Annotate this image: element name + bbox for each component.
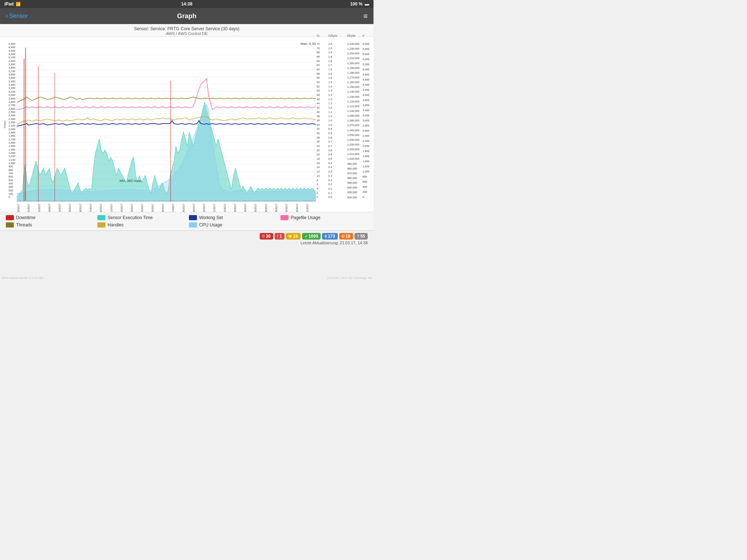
legend-item-working-set: Working Set xyxy=(189,215,276,220)
y-axis-value: 920,000 xyxy=(347,196,359,199)
y-axis-value: 1,100 xyxy=(8,159,15,162)
x-date-label: 3/7/2017 xyxy=(171,204,182,212)
y-axis-value: 1,200 xyxy=(8,155,15,158)
y-axis-value: 1.2 xyxy=(328,102,332,105)
y-axis-value: 4,800 xyxy=(363,73,369,76)
y-axis-value: 28 xyxy=(317,136,320,139)
badge-ok[interactable]: ✓1095 xyxy=(302,233,321,240)
y-axis-value: 3,200 xyxy=(8,87,15,90)
y-axis-value: 1,150,000 xyxy=(347,86,359,89)
legend-item-handles: Handles xyxy=(97,222,185,228)
battery-icon: ▬ xyxy=(365,1,369,7)
y-axis-value: 0.4 xyxy=(328,166,332,169)
y-axis-value: 980,000 xyxy=(347,167,359,170)
y-axis-value: 16 xyxy=(317,162,320,165)
status-bar-time: 14:38 xyxy=(181,1,193,7)
x-date-label: 3/13/2017 xyxy=(233,204,244,212)
y-axis-value: 2.0 xyxy=(328,43,332,46)
y-axis-hash: #6,0005,8005,6005,4005,2005,0004,8004,60… xyxy=(362,37,374,212)
y-axis-value: 4,600 xyxy=(363,78,369,81)
svg-rect-26 xyxy=(38,66,39,202)
y-axis-value: 1,200 xyxy=(363,165,369,168)
y-axis-value: 0.7 xyxy=(328,145,332,148)
y-axis-value: 0.8 xyxy=(328,136,332,139)
badge-unknown[interactable]: ?55 xyxy=(355,233,368,240)
y-axis-value: 46 xyxy=(317,98,320,101)
svg-rect-24 xyxy=(24,59,24,201)
y-axis-value: 52 xyxy=(317,85,320,88)
y-axis-value: 3,300 xyxy=(8,83,15,86)
legend-label-downtime: Downtime xyxy=(16,215,35,220)
y-axis-value: 50 xyxy=(317,89,320,92)
y-axis-value: 36 xyxy=(317,119,320,122)
badge-paused[interactable]: II173 xyxy=(322,233,338,240)
menu-button[interactable]: ≡ xyxy=(363,12,368,20)
chart-svg: Max: 4,335 msec Min: 383 msec xyxy=(17,37,316,202)
y-axis-value: 600 xyxy=(363,180,369,183)
legend-label-sensor-execution-time: Sensor Execution Time xyxy=(108,215,152,220)
badge-warning[interactable]: W24 xyxy=(286,233,301,240)
legend-color-pagefile-usage xyxy=(280,215,289,220)
page-title: Graph xyxy=(177,12,196,20)
x-date-label: 3/8/2017 xyxy=(182,204,192,212)
y-axis-value: 1,030,000 xyxy=(347,143,359,146)
y-axis-value: 3,400 xyxy=(8,80,15,83)
y-axis-value: 1.3 xyxy=(328,98,332,101)
bottom-status: !!30!1W24✓1095II173U19?55 Letzte Aktuali… xyxy=(0,230,374,247)
legend-item-sensor-execution-time: Sensor Execution Time xyxy=(97,215,185,220)
y-axis-value: 0.2 xyxy=(328,179,332,182)
x-date-label: 3/19/2017 xyxy=(285,204,295,212)
y-axis-value: 38 xyxy=(317,115,320,118)
y-axis-value: 0.2 xyxy=(328,183,332,186)
badge-unusual[interactable]: U19 xyxy=(339,233,353,240)
y-axis-value: 1,140,000 xyxy=(347,90,359,93)
x-date-label: 2/27/2017 xyxy=(89,204,99,212)
y-axis-value: 4,400 xyxy=(8,46,15,49)
bottom-right: !!30!1W24✓1095II173U19?55 Letzte Aktuali… xyxy=(260,233,368,245)
y-axis-value: 2,300 xyxy=(8,118,15,121)
y-axis-pct: %727068666462605856545250484644424038363… xyxy=(316,37,328,212)
y-axis-value: 3,700 xyxy=(8,70,15,73)
y-axis-value: 2,000 xyxy=(8,128,15,131)
y-axis-msec-label: msec xyxy=(3,120,7,128)
y-axis-value: 900 xyxy=(8,165,15,168)
y-axis-value: 6,000 xyxy=(363,43,369,46)
y-axis-value: 1,110,000 xyxy=(347,105,359,108)
legend-label-pagefile-usage: Pagefile Usage xyxy=(291,215,320,220)
y-axis-value: 1,000 xyxy=(8,162,15,165)
y-axis-value: 5,600 xyxy=(363,53,369,56)
y-axis-gbyte-label: GByte xyxy=(328,34,337,38)
y-axis-value: 42 xyxy=(317,106,320,109)
y-axis-value: 2,200 xyxy=(8,121,15,124)
y-axis-value: 1,000 xyxy=(363,170,369,173)
x-date-label: 2/22/2017 xyxy=(38,204,48,212)
y-axis-value: 2,000 xyxy=(363,145,369,148)
back-button[interactable]: ‹ Sensor xyxy=(6,13,28,19)
y-axis-value: 1,180,000 xyxy=(347,71,359,74)
legend-color-sensor-execution-time xyxy=(97,215,105,220)
status-bar-left: iPad 📶 xyxy=(4,1,21,7)
badge-warning-red[interactable]: !1 xyxy=(275,233,285,240)
y-axis-value: 4,400 xyxy=(363,83,369,86)
y-axis-value: 1,120,000 xyxy=(347,100,359,103)
y-axis-value: 3,000 xyxy=(363,119,369,122)
y-axis-value: 1.6 xyxy=(328,68,332,71)
y-axis-value: 4,200 xyxy=(363,89,369,92)
legend-color-threads xyxy=(6,222,14,228)
x-date-label: 3/12/2017 xyxy=(223,204,233,212)
y-axis-value: 0.4 xyxy=(328,162,332,165)
y-axis-value: 3,800 xyxy=(363,99,369,102)
y-axis-value: 40 xyxy=(317,111,320,114)
legend-color-downtime xyxy=(6,215,14,220)
badge-error[interactable]: !!30 xyxy=(260,233,273,240)
y-axis-value: 1,070,000 xyxy=(347,124,359,127)
y-axis-value: 0.6 xyxy=(328,153,332,156)
y-axis-value: 0.9 xyxy=(328,132,332,135)
y-axis-value: 12 xyxy=(317,170,320,173)
svg-rect-25 xyxy=(25,48,26,201)
y-axis-kbyte: kByte1,240,0001,230,0001,220,0001,210,00… xyxy=(347,37,362,212)
y-axis-value: 1.8 xyxy=(328,60,332,63)
y-axis-value: 1,900 xyxy=(8,131,15,134)
legend-color-handles xyxy=(97,222,105,228)
y-axis-value: 4,000 xyxy=(363,94,369,97)
